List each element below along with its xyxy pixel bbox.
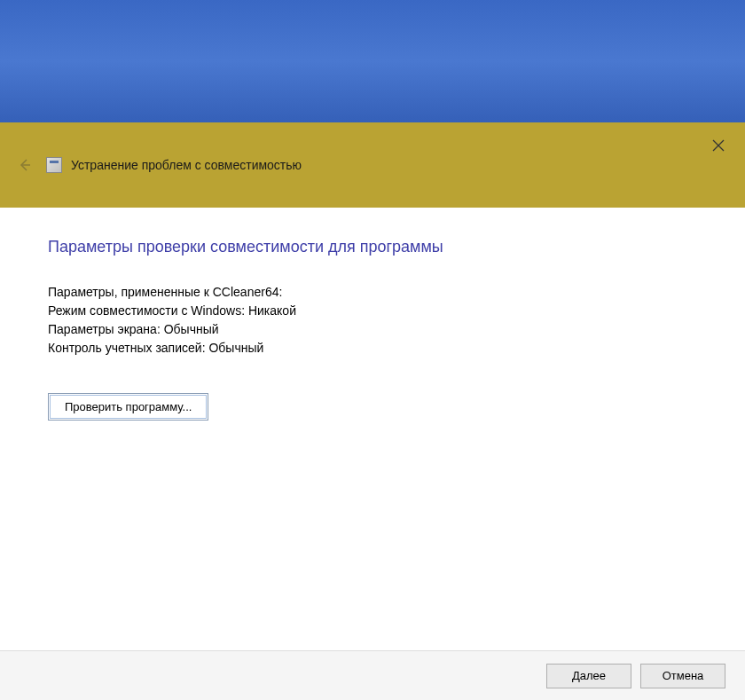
close-icon	[712, 139, 725, 152]
test-program-button[interactable]: Проверить программу...	[48, 393, 208, 421]
param-applied-to: Параметры, примененные к CCleaner64:	[48, 283, 697, 302]
close-button[interactable]	[708, 135, 729, 156]
content-area: Параметры проверки совместимости для про…	[0, 208, 745, 650]
footer-bar: Далее Отмена	[0, 650, 745, 700]
desktop-background	[0, 0, 745, 122]
main-heading: Параметры проверки совместимости для про…	[48, 238, 697, 256]
param-screen: Параметры экрана: Обычный	[48, 320, 697, 339]
param-uac: Контроль учетных записей: Обычный	[48, 339, 697, 358]
back-arrow-icon	[16, 156, 34, 174]
parameter-list: Параметры, примененные к CCleaner64: Реж…	[48, 283, 697, 358]
wizard-header: Устранение проблем с совместимостью	[0, 122, 745, 208]
param-compat-mode: Режим совместимости с Windows: Никакой	[48, 302, 697, 320]
cancel-button[interactable]: Отмена	[640, 664, 725, 688]
next-button[interactable]: Далее	[546, 664, 631, 688]
wizard-title: Устранение проблем с совместимостью	[71, 158, 302, 172]
troubleshooter-icon	[46, 157, 62, 173]
